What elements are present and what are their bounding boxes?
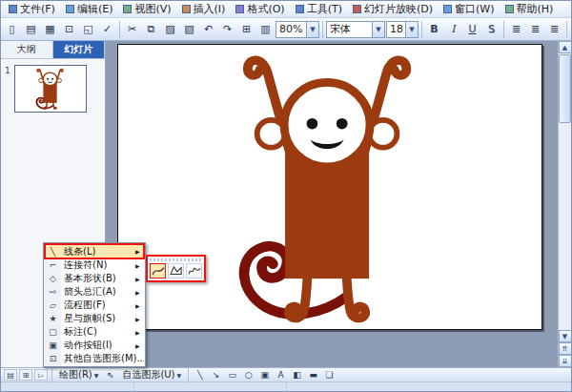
scroll-down-icon[interactable]: ▼ [559, 330, 572, 342]
menu-item-stars-banners[interactable]: ★ 星与旗帜(S) ▶ [45, 312, 144, 325]
scribble-tool-button[interactable] [186, 263, 202, 279]
insert-chart-button[interactable]: ▥ [256, 20, 275, 38]
bold-button[interactable]: B [425, 20, 443, 38]
monkey-thumbnail-drawing [16, 67, 85, 111]
font-size-dropdown-icon[interactable]: ▼ [405, 22, 418, 37]
zoom-value: 80% [276, 23, 306, 35]
wordart-button[interactable]: A [274, 369, 288, 382]
arrow-tool-button[interactable]: ↘ [209, 369, 223, 382]
slideshow-menu-icon [353, 5, 361, 13]
stars-banners-icon: ★ [45, 314, 61, 323]
shadow-style-button[interactable]: ❏ [322, 369, 337, 382]
edit-menu-icon [66, 5, 74, 13]
menu-item-connectors[interactable]: ⌐ 连接符(N) ▶ [45, 258, 144, 272]
scrollbar-thumb[interactable] [559, 54, 571, 123]
menu-item-action-buttons[interactable]: ▣ 动作按钮(I) ▶ [45, 339, 144, 352]
view-menu-icon [123, 5, 132, 13]
previous-slide-icon[interactable]: ⇈ [559, 342, 572, 355]
scrollbar-track[interactable] [559, 53, 572, 330]
paste-button[interactable]: ▨ [161, 20, 179, 38]
menu-view[interactable]: 视图(V) [118, 2, 175, 17]
oval-tool-button[interactable]: ○ [241, 369, 255, 382]
next-slide-icon[interactable]: ⇊ [559, 355, 572, 367]
zoom-dropdown-icon[interactable]: ▼ [306, 22, 318, 37]
menu-file[interactable]: 文件(F) [4, 2, 60, 17]
pane-tabs: 大纲 幻灯片 [1, 41, 105, 59]
format-painter-button[interactable]: ▧ [180, 20, 198, 38]
print-preview-button[interactable]: ◱ [79, 20, 97, 38]
zoom-combobox[interactable]: 80% ▼ [276, 21, 319, 38]
redo-button[interactable]: ↷ [218, 20, 236, 38]
menu-item-block-arrows[interactable]: ⇨ 箭头总汇(A) ▶ [45, 285, 144, 299]
callouts-icon: ▢ [45, 327, 61, 337]
draw-menu-button[interactable]: 绘图(R) ▼ [56, 369, 101, 382]
menu-edit[interactable]: 编辑(E) [61, 2, 118, 17]
menu-item-basic-shapes[interactable]: ◇ 基本形状(B) ▶ [45, 272, 144, 285]
new-button[interactable]: ▯ [3, 20, 21, 38]
palette-tools-row [150, 263, 202, 279]
slideshow-view-button[interactable]: ▻ [34, 369, 48, 381]
font-name-value: 宋体 [327, 22, 372, 36]
select-objects-button[interactable]: ⇖ [103, 369, 117, 382]
line-color-button[interactable]: ▬ [306, 369, 320, 382]
palette-tearoff-grip[interactable] [150, 258, 202, 261]
menu-format[interactable]: 格式(O) [231, 2, 289, 17]
font-name-dropdown-icon[interactable]: ▼ [372, 22, 384, 37]
slide-sorter-view-button[interactable]: ⊞ [19, 369, 32, 381]
drawing-toolbar: ▤ ⊞ ▻ 绘图(R) ▼ ⇖ 自选图形(U) ▼ ╲ ↘ ▭ ○ ▣ A ◧ … [1, 367, 571, 382]
toolbar-separator [51, 366, 52, 383]
submenu-arrow-icon: ▶ [135, 329, 144, 336]
draw-dropdown-icon: ▼ [94, 372, 99, 379]
menu-insert[interactable]: 插入(I) [177, 2, 231, 17]
copy-button[interactable]: ⧉ [142, 20, 160, 38]
menu-item-lines[interactable]: ╲ 线条(L) ▶ [45, 244, 144, 258]
autoshapes-menu-button[interactable]: 自选图形(U) ▼ [119, 369, 184, 382]
menu-tools[interactable]: 工具(T) [291, 2, 347, 17]
line-tool-button[interactable]: ╲ [193, 369, 207, 382]
menu-item-more-autoshapes[interactable]: ⊡ 其他自选图形(M)... [45, 352, 144, 365]
save-button[interactable]: ▦ [41, 20, 59, 38]
italic-button[interactable]: I [444, 20, 462, 38]
curve-tool-button[interactable] [150, 263, 166, 279]
text-shadow-button[interactable]: S [482, 20, 500, 38]
vertical-scrollbar[interactable]: ▲ ▼ ⇈ ⇊ [558, 41, 571, 367]
menu-help[interactable]: 帮助(H) [500, 2, 559, 17]
spelling-button[interactable]: ✓ [98, 20, 116, 38]
scroll-up-icon[interactable]: ▲ [559, 41, 572, 53]
slide-thumbnail[interactable] [14, 65, 87, 113]
insert-table-button[interactable]: ⊞ [237, 20, 255, 38]
autoshapes-dropdown-icon: ▼ [177, 372, 182, 379]
scribble-icon [188, 265, 201, 277]
menu-slideshow[interactable]: 幻灯片放映(D) [348, 2, 438, 17]
open-button[interactable]: ▤ [22, 20, 40, 38]
lines-icon: ╲ [45, 247, 61, 257]
print-button[interactable]: ⊡ [60, 20, 78, 38]
align-left-button[interactable]: ≣ [507, 20, 525, 38]
slide-canvas[interactable] [117, 44, 542, 330]
more-autoshapes-icon: ⊡ [45, 354, 61, 363]
freeform-tool-button[interactable] [168, 263, 184, 279]
align-center-button[interactable]: ≣ [526, 20, 544, 38]
basic-shapes-icon: ◇ [45, 274, 61, 283]
submenu-arrow-icon: ▶ [135, 276, 144, 282]
action-buttons-icon: ▣ [45, 340, 61, 350]
monkey-drawing [118, 45, 541, 329]
text-box-button[interactable]: ▣ [257, 369, 272, 382]
fill-color-button[interactable]: ◧ [290, 369, 304, 382]
submenu-arrow-icon: ▶ [135, 302, 144, 309]
undo-button[interactable]: ↶ [199, 20, 217, 38]
menu-item-flowchart[interactable]: ▱ 流程图(F) ▶ [45, 299, 144, 312]
normal-view-button[interactable]: ▤ [4, 369, 17, 381]
menu-window[interactable]: 窗口(W) [439, 2, 499, 17]
toolbar-separator [421, 21, 422, 38]
menu-item-callouts[interactable]: ▢ 标注(C) ▶ [45, 325, 144, 339]
font-name-combobox[interactable]: 宋体 ▼ [326, 21, 385, 38]
font-size-combobox[interactable]: 18 ▼ [386, 21, 419, 38]
tab-outline[interactable]: 大纲 [1, 41, 53, 58]
tab-slides[interactable]: 幻灯片 [53, 41, 106, 58]
rectangle-tool-button[interactable]: ▭ [225, 369, 239, 382]
cut-button[interactable]: ✂ [123, 20, 141, 38]
autoshapes-popup-menu: ╲ 线条(L) ▶ ⌐ 连接符(N) ▶ ◇ 基本形状(B) ▶ ⇨ 箭头总汇(… [43, 242, 146, 367]
underline-button[interactable]: U [463, 20, 481, 38]
align-right-button[interactable]: ≣ [545, 20, 563, 38]
